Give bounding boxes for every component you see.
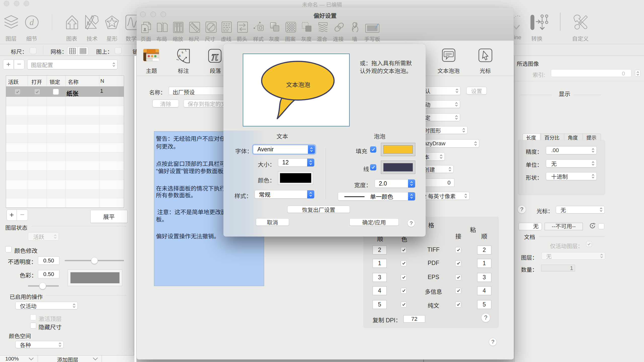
svg-text:e: e	[177, 54, 182, 58]
svg-text:t: t	[175, 58, 180, 61]
svg-text:x: x	[180, 50, 184, 55]
svg-text:d: d	[30, 18, 34, 27]
svg-text:π: π	[212, 49, 219, 63]
